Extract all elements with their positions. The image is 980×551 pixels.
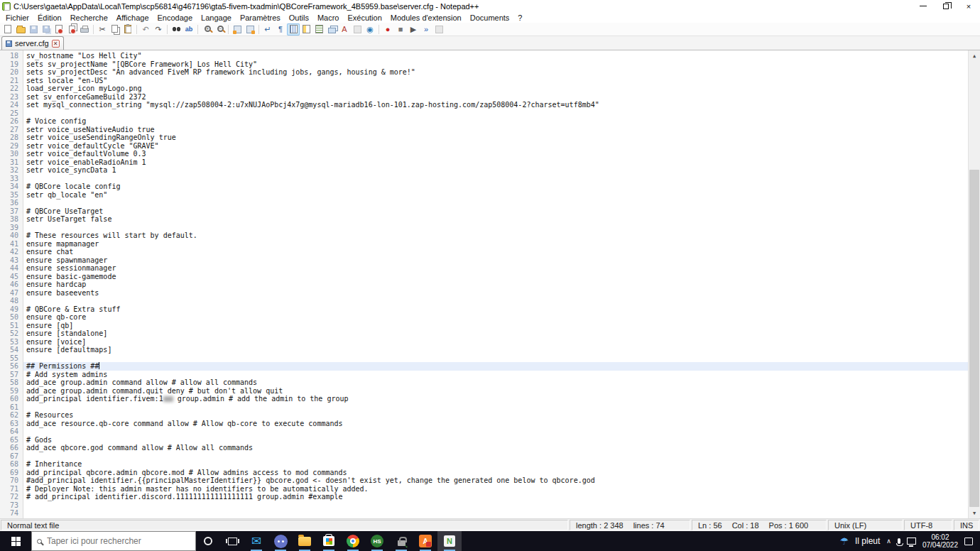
code-line-40[interactable]: # These resources will start by default.	[23, 231, 968, 240]
code-line-28[interactable]: setr voice_useSendingRangeOnly true	[23, 133, 968, 142]
undo-icon[interactable]: ↶	[139, 23, 152, 36]
copy-icon[interactable]	[109, 23, 121, 36]
code-line-37[interactable]: # QBCore UseTarget	[23, 207, 968, 216]
code-line-56[interactable]: ## Permissions ##	[23, 362, 968, 371]
macro-play-icon[interactable]: ▶	[407, 23, 420, 36]
chrome-icon[interactable]	[341, 531, 365, 551]
code-line-25[interactable]	[23, 109, 968, 118]
code-line-55[interactable]	[23, 354, 968, 363]
menu-item-execution[interactable]: Exécution	[343, 12, 386, 23]
code-line-42[interactable]: ensure chat	[23, 248, 968, 256]
code-line-27[interactable]: setr voice_useNativeAudio true	[23, 126, 968, 134]
edit-a-icon[interactable]: A	[338, 23, 351, 36]
close-all-icon[interactable]	[65, 23, 78, 36]
code-line-54[interactable]: ensure [defaultmaps]	[23, 346, 968, 354]
tab-server-cfg[interactable]: server.cfg ✕	[1, 36, 64, 50]
save-all-icon[interactable]	[40, 23, 53, 36]
print-icon[interactable]	[78, 23, 91, 36]
menu-item-recherche[interactable]: Recherche	[66, 12, 112, 23]
network-display-icon[interactable]	[907, 538, 916, 545]
file-explorer-icon[interactable]	[293, 531, 317, 551]
code-line-67[interactable]	[23, 452, 968, 461]
macro-record-icon[interactable]: ●	[381, 23, 394, 36]
scroll-down-arrow[interactable]: ▼	[969, 508, 980, 518]
start-button[interactable]	[0, 531, 31, 551]
close-file-icon[interactable]	[53, 23, 65, 36]
monitoring-eye-icon[interactable]: ◉	[364, 23, 376, 36]
code-line-34[interactable]: # QBCore locale config	[23, 182, 968, 191]
vertical-scrollbar[interactable]: ▲ ▼	[968, 50, 980, 518]
lock-app-icon[interactable]	[389, 531, 413, 551]
code-line-73[interactable]	[23, 501, 968, 510]
code-line-30[interactable]: setr voice_defaultVolume 0.3	[23, 150, 968, 158]
code-line-71[interactable]: # Deployer Note: this admin master has n…	[23, 485, 968, 493]
zoom-out-icon[interactable]: −	[213, 23, 226, 36]
cut-icon[interactable]: ✂	[96, 23, 109, 36]
replace-icon[interactable]: ab	[183, 23, 195, 36]
menu-item-affichage[interactable]: Affichage	[112, 12, 153, 23]
code-line-62[interactable]: # Resources	[23, 411, 968, 420]
function-list-icon[interactable]	[312, 23, 325, 36]
menu-item-fichier[interactable]: Fichier	[1, 12, 33, 23]
code-line-52[interactable]: ensure [standalone]	[23, 329, 968, 338]
weather-umbrella-icon[interactable]: ☂	[839, 535, 849, 547]
find-icon[interactable]	[170, 23, 183, 36]
code-line-18[interactable]: sv_hostname "Los Hell City"	[23, 52, 968, 60]
code-line-49[interactable]: # QBCore & Extra stuff	[23, 305, 968, 314]
show-all-characters-icon[interactable]: ¶	[274, 23, 287, 36]
code-line-68[interactable]: # Inheritance	[23, 460, 968, 469]
discord-icon[interactable]	[268, 531, 293, 551]
code-line-38[interactable]: setr UseTarget false	[23, 215, 968, 224]
taskbar-search[interactable]	[31, 531, 196, 551]
code-line-44[interactable]: ensure sessionmanager	[23, 264, 968, 273]
image-disabled-icon[interactable]	[351, 23, 364, 36]
scroll-up-arrow[interactable]: ▲	[969, 50, 980, 61]
paste-icon[interactable]	[121, 23, 134, 36]
orange-app-icon[interactable]: A	[413, 531, 437, 551]
menu-item-modules-dextension[interactable]: Modules d'extension	[386, 12, 466, 23]
menu-item-outils[interactable]: Outils	[285, 12, 313, 23]
new-file-icon[interactable]	[1, 23, 14, 36]
code-line-64[interactable]	[23, 427, 968, 436]
menu-item-langage[interactable]: Langage	[197, 12, 236, 23]
task-view-icon[interactable]	[220, 531, 244, 551]
hs-app-icon[interactable]: HS	[365, 531, 389, 551]
code-line-72[interactable]: # add_principal identifier.discord.11111…	[23, 493, 968, 501]
code-line-47[interactable]: ensure baseevents	[23, 289, 968, 298]
tab-close-icon[interactable]: ✕	[52, 40, 60, 48]
tray-expand-icon[interactable]: ∧	[886, 538, 891, 545]
code-line-58[interactable]: add_ace group.admin command allow # allo…	[23, 378, 968, 387]
code-line-35[interactable]: setr qb_locale "en"	[23, 191, 968, 200]
code-line-32[interactable]: setr voice_syncData 1	[23, 166, 968, 175]
save-icon[interactable]	[27, 23, 40, 36]
open-file-icon[interactable]	[14, 23, 27, 36]
editor-area[interactable]: 1819202122232425262728293031323334353637…	[0, 50, 980, 518]
code-line-53[interactable]: ensure [voice]	[23, 338, 968, 347]
minimize-button[interactable]	[912, 0, 935, 12]
macro-run-multiple-icon[interactable]: »	[420, 23, 432, 36]
code-line-60[interactable]: add_principal identifier.fivem:1 group.a…	[23, 395, 968, 403]
code-line-66[interactable]: add_ace qbcore.god command allow # Allow…	[23, 444, 968, 452]
code-line-59[interactable]: add_ace group.admin command.quit deny # …	[23, 387, 968, 395]
mail-icon[interactable]: ✉	[244, 531, 268, 551]
scrollbar-thumb[interactable]	[969, 170, 979, 507]
close-button[interactable]: ×	[957, 0, 980, 12]
menu-item-documents[interactable]: Documents	[466, 12, 514, 23]
code-line-26[interactable]: # Voice config	[23, 117, 968, 126]
indent-guide-icon[interactable]	[287, 23, 300, 36]
code-area[interactable]: sv_hostname "Los Hell City"sets sv_proje…	[23, 50, 968, 518]
sync-vertical-scroll-icon[interactable]	[231, 23, 244, 36]
code-line-20[interactable]: sets sv_projectDesc "An advanced FiveM R…	[23, 68, 968, 77]
menu-item-edition[interactable]: Édition	[33, 12, 66, 23]
code-line-36[interactable]	[23, 199, 968, 207]
code-line-43[interactable]: ensure spawnmanager	[23, 256, 968, 265]
code-line-74[interactable]	[23, 509, 968, 518]
code-line-46[interactable]: ensure hardcap	[23, 280, 968, 289]
code-line-65[interactable]: # Gods	[23, 436, 968, 444]
code-line-39[interactable]	[23, 224, 968, 232]
code-line-63[interactable]: add_ace resource.qb-core command allow #…	[23, 420, 968, 428]
code-line-45[interactable]: ensure basic-gamemode	[23, 273, 968, 281]
redo-icon[interactable]: ↷	[152, 23, 165, 36]
code-line-48[interactable]	[23, 297, 968, 305]
menu-item-parametres[interactable]: Paramètres	[236, 12, 285, 23]
